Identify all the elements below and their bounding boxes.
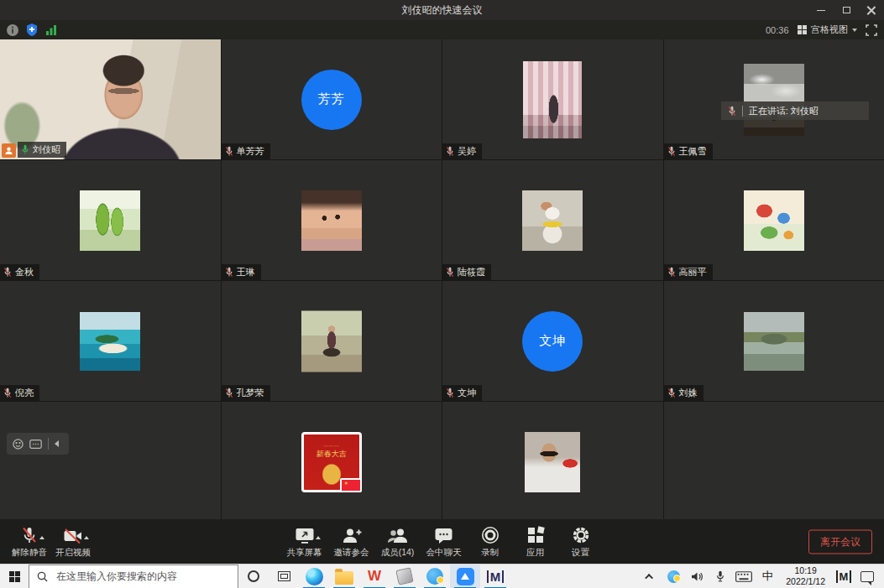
- notebook-icon: [395, 567, 413, 585]
- participant-photo: [80, 312, 140, 371]
- close-button[interactable]: [859, 0, 884, 20]
- mic-muted-icon: [225, 388, 233, 398]
- action-center-button[interactable]: [857, 565, 877, 588]
- participant-name: 王佩雪: [679, 145, 707, 158]
- participant-tile-liujizhao[interactable]: 刘伎昭: [0, 39, 221, 159]
- participant-tile-gaoliping[interactable]: 高丽平: [664, 160, 884, 280]
- qq-icon: [426, 568, 443, 585]
- view-mode-switcher[interactable]: 宫格视图: [798, 23, 858, 36]
- chevron-up-icon: [645, 573, 653, 581]
- participant-tile-card[interactable]: ﹏﹏﹏ 新春大吉: [222, 402, 442, 522]
- meeting-timer: 00:36: [766, 25, 789, 35]
- taskbar-app-wps[interactable]: W: [359, 565, 390, 588]
- participant-tile-luxiaoxia[interactable]: 陆筱霞: [442, 160, 663, 280]
- participant-tile-wanglin[interactable]: 王琳: [222, 160, 442, 280]
- task-view-icon: [278, 571, 290, 581]
- participant-tile-kongmengrong[interactable]: 孔梦荣: [222, 281, 442, 401]
- tray-volume-button[interactable]: [687, 565, 707, 588]
- chevron-down-icon: [852, 29, 857, 32]
- chevron-up-icon[interactable]: [316, 536, 321, 539]
- tray-qq-icon[interactable]: [663, 565, 683, 588]
- taskbar-search[interactable]: [29, 565, 238, 588]
- minimize-icon: [817, 10, 825, 11]
- network-signal-icon[interactable]: [45, 24, 57, 35]
- share-screen-button[interactable]: 共享屏幕: [285, 523, 324, 561]
- participant-tile-wangpeixue[interactable]: 正在讲话: 刘伎昭 王佩雪: [664, 39, 884, 159]
- chevron-up-icon[interactable]: [39, 536, 44, 539]
- host-badge: [2, 143, 16, 158]
- close-icon: [867, 6, 876, 14]
- participant-tile-shanfangfang[interactable]: 芳芳 单芳芳: [222, 39, 442, 159]
- record-icon: [481, 526, 500, 544]
- mic-muted-icon: [667, 267, 676, 278]
- qq-icon: [667, 570, 680, 583]
- collapse-icon[interactable]: [55, 440, 59, 447]
- cortana-button[interactable]: [238, 565, 269, 588]
- fullscreen-button[interactable]: [866, 24, 877, 36]
- apps-button[interactable]: 应用: [517, 523, 554, 561]
- security-shield-icon[interactable]: [26, 23, 38, 36]
- participant-name: 金秋: [15, 266, 34, 278]
- unmute-button[interactable]: 解除静音: [10, 523, 49, 561]
- tray-ime-indicator[interactable]: 中: [757, 565, 777, 588]
- task-view-button[interactable]: [269, 565, 299, 588]
- wps-icon: W: [368, 568, 381, 585]
- avatar: 芳芳: [301, 70, 362, 130]
- search-input[interactable]: [55, 570, 230, 583]
- settings-gear-icon: [572, 526, 590, 544]
- participant-tile-niliang[interactable]: 倪亮: [0, 281, 221, 401]
- speaking-indicator-text: 正在讲话: 刘伎昭: [749, 105, 819, 117]
- avatar: 文坤: [522, 311, 583, 372]
- chat-button[interactable]: 会中聊天: [425, 523, 463, 561]
- tray-mic-button[interactable]: [710, 565, 730, 588]
- meeting-info-icon[interactable]: [7, 24, 18, 36]
- participant-tile-liushu[interactable]: 刘姝: [664, 281, 884, 401]
- mic-muted-icon: [446, 267, 454, 278]
- members-button[interactable]: 成员(14): [379, 523, 416, 561]
- chevron-up-icon[interactable]: [84, 536, 89, 539]
- meeting-app-icon: [457, 568, 474, 585]
- participant-tile-selfie[interactable]: [442, 402, 663, 522]
- record-button[interactable]: 录制: [472, 523, 509, 561]
- taskbar-app-mindmaster[interactable]: M: [480, 565, 510, 588]
- maximize-icon: [843, 7, 850, 13]
- taskbar-app-edge[interactable]: [299, 565, 329, 588]
- folder-icon: [335, 571, 353, 585]
- meeting-status-bar: 00:36 宫格视图: [0, 20, 884, 39]
- start-video-button[interactable]: 开启视频: [54, 523, 92, 561]
- mindmaster-icon: M: [487, 570, 505, 583]
- empty-cell: [664, 402, 884, 522]
- participant-tile-jinqiu[interactable]: 金秋: [0, 160, 221, 280]
- participant-tile-wenkun[interactable]: 文坤 文坤: [442, 281, 663, 401]
- maximize-button[interactable]: [834, 0, 859, 20]
- participant-name: 刘姝: [679, 387, 698, 399]
- tray-keyboard-button[interactable]: [734, 565, 754, 588]
- taskbar-app-qq[interactable]: [420, 565, 450, 588]
- leave-meeting-button[interactable]: 离开会议: [808, 529, 872, 554]
- mic-muted-icon: [3, 267, 12, 278]
- invite-button[interactable]: 邀请参会: [332, 523, 371, 561]
- taskbar-app-explorer[interactable]: [329, 565, 359, 588]
- tray-expand-button[interactable]: [640, 565, 660, 588]
- taskbar-app-notes[interactable]: [390, 565, 420, 588]
- keyboard-icon[interactable]: [29, 440, 42, 449]
- ime-label: 中: [762, 569, 773, 584]
- clock-time: 10:19: [795, 565, 817, 576]
- mindmaster-icon: M: [836, 570, 852, 583]
- emoji-icon[interactable]: [13, 439, 24, 450]
- tray-mindmaster-icon[interactable]: M: [834, 565, 854, 588]
- windows-taskbar: W M 中 10:19 2022/1/12 M: [0, 564, 884, 588]
- tray-clock[interactable]: 10:19 2022/1/12: [781, 565, 830, 587]
- mic-muted-icon: [225, 267, 233, 278]
- participant-tile-wuting[interactable]: 吴婷: [442, 39, 663, 159]
- mic-muted-icon: [446, 146, 454, 157]
- card-decoration: ﹏﹏﹏: [306, 440, 356, 448]
- settings-button[interactable]: 设置: [562, 523, 599, 561]
- camera-off-icon: [63, 528, 83, 544]
- minimize-button[interactable]: [808, 0, 834, 20]
- taskbar-app-meeting[interactable]: [450, 565, 480, 588]
- mic-muted-icon: [3, 388, 12, 398]
- mic-muted-icon: [446, 388, 454, 398]
- grid-view-icon: [798, 25, 808, 35]
- start-button[interactable]: [0, 565, 29, 588]
